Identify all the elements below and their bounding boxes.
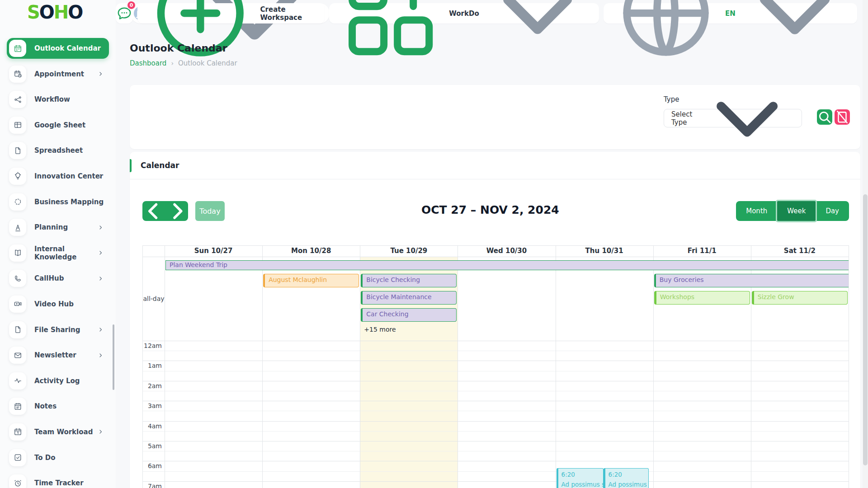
allday-event[interactable]: Bicycle Checking xyxy=(361,274,457,287)
event-time: 6:20 xyxy=(561,471,601,478)
allday-divider xyxy=(143,341,849,341)
create-workspace-button[interactable]: Create Workspace xyxy=(137,3,325,23)
calendar-icon xyxy=(9,40,26,57)
hour-label: 6am xyxy=(143,462,162,469)
filter-card: Type Select Type xyxy=(130,85,860,149)
half-hour-line xyxy=(143,371,849,371)
notes-icon xyxy=(9,398,26,415)
workspace-menu-button[interactable]: WorkDo xyxy=(329,3,599,23)
clear-filter-button[interactable] xyxy=(835,109,850,125)
breadcrumb-dashboard-link[interactable]: Dashboard xyxy=(130,59,166,67)
sidebar-item-spreadsheet[interactable]: Spreadsheet xyxy=(7,140,109,161)
week-grid: 12am1am2am3am4am5am6am7amSun 10/27Mon 10… xyxy=(142,245,849,488)
chevron-right-icon xyxy=(98,250,104,256)
view-button-week[interactable]: Week xyxy=(777,201,816,221)
half-hour-line xyxy=(143,351,849,351)
sidebar-item-label: Time Tracker xyxy=(34,479,84,487)
alarm-icon xyxy=(9,474,26,488)
sidebar-scrollbar[interactable] xyxy=(113,324,114,390)
sidebar-item-label: Team Workload xyxy=(34,428,93,436)
sidebar-item-label: Appointment xyxy=(34,70,84,78)
calendar-clock-icon xyxy=(9,66,26,83)
half-hour-line xyxy=(143,451,849,451)
day-header-sat[interactable]: Sat 11/2 xyxy=(751,246,849,257)
language-code: EN xyxy=(725,9,736,18)
timed-event[interactable]: 6:20Ad possimus xyxy=(604,468,649,488)
sidebar-item-label: Google Sheet xyxy=(34,121,85,129)
prev-button[interactable] xyxy=(142,200,165,223)
sidebar-item-label: Newsletter xyxy=(34,351,76,359)
hour-line xyxy=(143,421,849,422)
allday-event[interactable]: August Mclaughlin xyxy=(263,274,359,287)
sidebar-item-planning[interactable]: Planning xyxy=(7,217,109,238)
sidebar-item-outlook-calendar[interactable]: Outlook Calendar xyxy=(7,38,109,59)
sidebar-item-time-tracker[interactable]: Time Tracker xyxy=(7,473,109,488)
notification-badge: 0 xyxy=(127,0,136,10)
chevron-right-icon xyxy=(165,200,189,223)
allday-event[interactable]: Buy Groceries xyxy=(654,274,849,287)
hour-label: 3am xyxy=(143,402,162,409)
sidebar-item-google-sheet[interactable]: Google Sheet xyxy=(7,115,109,136)
day-header-sun[interactable]: Sun 10/27 xyxy=(165,246,262,257)
next-button[interactable] xyxy=(165,200,189,223)
sidebar-item-notes[interactable]: Notes xyxy=(7,396,109,417)
sidebar-item-label: Activity Log xyxy=(34,377,80,385)
globe-icon xyxy=(611,0,721,69)
sidebar-item-team-workload[interactable]: Team Workload xyxy=(7,422,109,442)
page-scrollbar-thumb[interactable] xyxy=(863,194,868,465)
sidebar-item-business-mapping[interactable]: Business Mapping xyxy=(7,192,109,212)
messages-button[interactable]: 0 xyxy=(116,3,133,23)
search-button[interactable] xyxy=(817,109,832,125)
sidebar-item-newsletter[interactable]: Newsletter xyxy=(7,345,109,366)
chevron-left-icon xyxy=(142,200,165,223)
day-header-thu[interactable]: Thu 10/31 xyxy=(556,246,653,257)
dashed-circle-icon xyxy=(9,193,26,211)
type-select[interactable]: Select Type xyxy=(664,109,802,127)
view-button-month[interactable]: Month xyxy=(736,201,777,221)
chevron-right-icon xyxy=(98,225,104,230)
day-header-fri[interactable]: Fri 11/1 xyxy=(653,246,751,257)
sidebar-menu: Outlook CalendarAppointmentWorkflowGoogl… xyxy=(0,38,116,488)
drafting-icon xyxy=(9,219,26,236)
column-border xyxy=(458,246,458,488)
half-hour-line xyxy=(143,471,849,472)
day-header-tue[interactable]: Tue 10/29 xyxy=(360,246,458,257)
sidebar-item-video-hub[interactable]: Video Hub xyxy=(7,294,109,314)
sidebar-item-label: Notes xyxy=(34,402,57,410)
breadcrumb-current: Outlook Calendar xyxy=(178,59,237,67)
allday-event[interactable]: Car Checking xyxy=(361,308,457,322)
allday-event[interactable]: Workshops xyxy=(654,291,750,305)
day-header-wed[interactable]: Wed 10/30 xyxy=(458,246,555,257)
day-header-mon[interactable]: Mon 10/28 xyxy=(262,246,360,257)
allday-event[interactable]: Bicycle Maintenance xyxy=(361,291,457,305)
chevron-down-icon xyxy=(740,0,850,69)
lightbulb-icon xyxy=(9,168,26,185)
sidebar-item-activity-log[interactable]: Activity Log xyxy=(7,371,109,391)
sidebar-item-to-do[interactable]: To Do xyxy=(7,447,109,468)
sidebar-item-workflow[interactable]: Workflow xyxy=(7,89,109,110)
sidebar-item-appointment[interactable]: Appointment xyxy=(7,64,109,84)
grid-plus-icon xyxy=(336,0,445,68)
filter-group: Type Select Type xyxy=(664,95,850,127)
event-title: Ad possimus su xyxy=(561,481,601,488)
today-button[interactable]: Today xyxy=(195,201,225,221)
card-accent-bar xyxy=(130,159,132,172)
sidebar: SOHO Outlook CalendarAppointmentWorkflow… xyxy=(0,0,116,488)
timed-event[interactable]: 6:20Ad possimus su xyxy=(557,468,604,488)
column-border xyxy=(262,246,263,488)
language-selector[interactable]: EN xyxy=(604,3,857,23)
column-border xyxy=(653,246,654,488)
allday-event[interactable]: Sizzle Grow xyxy=(752,291,848,305)
sidebar-item-innovation-center[interactable]: Innovation Center xyxy=(7,166,109,187)
allday-event[interactable]: Plan Weekend Trip xyxy=(165,260,849,270)
sidebar-item-file-sharing[interactable]: File Sharing xyxy=(7,319,109,340)
view-button-day[interactable]: Day xyxy=(816,201,849,221)
workspace-menu-label: WorkDo xyxy=(449,9,479,18)
more-events-link[interactable]: +15 more xyxy=(364,326,396,333)
hour-label: 12am xyxy=(143,342,162,349)
hour-line xyxy=(143,441,849,441)
calendar-title: OCT 27 – NOV 2, 2024 xyxy=(421,203,559,216)
chevron-right-icon xyxy=(98,71,104,77)
sidebar-item-internal-knowledge[interactable]: Internal Knowledge xyxy=(7,243,109,263)
sidebar-item-callhub[interactable]: CallHub xyxy=(7,268,109,289)
